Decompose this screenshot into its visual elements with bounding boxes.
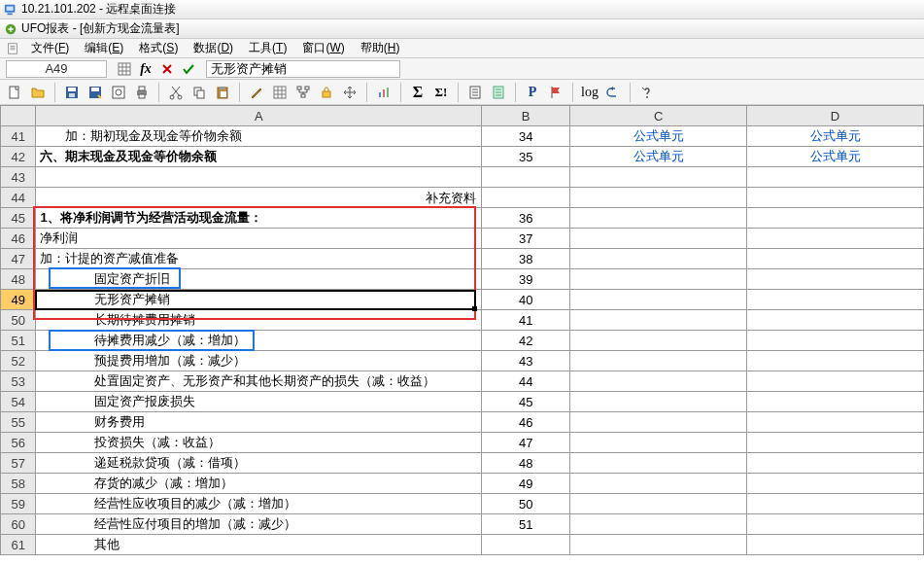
rowhead[interactable]: 53 bbox=[1, 371, 36, 392]
open-file-button[interactable] bbox=[27, 82, 49, 103]
cell-C[interactable]: 公式单元 bbox=[570, 126, 747, 147]
table-row[interactable]: 56投资损失（减：收益）47 bbox=[1, 433, 924, 453]
tree-button[interactable] bbox=[292, 82, 314, 103]
cell-D[interactable] bbox=[747, 392, 924, 412]
cut-button[interactable] bbox=[165, 82, 187, 103]
formula-bar[interactable]: 无形资产摊销 bbox=[206, 60, 400, 78]
rowhead[interactable]: 54 bbox=[1, 392, 36, 412]
cell-A[interactable]: 净利润 bbox=[36, 229, 482, 249]
cell-B[interactable]: 38 bbox=[482, 249, 570, 269]
cell-D[interactable] bbox=[747, 453, 924, 474]
cell-A[interactable]: 财务费用 bbox=[36, 412, 482, 433]
table-row[interactable]: 43 bbox=[1, 167, 924, 188]
table-row[interactable]: 52预提费用增加（减：减少）43 bbox=[1, 351, 924, 371]
sigma-all-button[interactable]: Σ! bbox=[430, 82, 452, 103]
cell-C[interactable] bbox=[570, 331, 747, 351]
rowhead[interactable]: 50 bbox=[1, 310, 36, 331]
spreadsheet[interactable]: A B C D 41加：期初现金及现金等价物余额34公式单元公式单元42六、期末… bbox=[0, 105, 924, 565]
cell-C[interactable] bbox=[570, 494, 747, 514]
table-row[interactable]: 60经营性应付项目的增加（减：减少）51 bbox=[1, 514, 924, 535]
cell-A[interactable]: 长期待摊费用摊销 bbox=[36, 310, 482, 331]
chart-button[interactable] bbox=[373, 82, 394, 103]
cell-B[interactable]: 46 bbox=[482, 412, 570, 433]
cell-C[interactable] bbox=[570, 453, 747, 474]
table-row[interactable]: 46净利润37 bbox=[1, 229, 924, 249]
save-as-button[interactable] bbox=[85, 82, 106, 103]
cell-A[interactable]: 经营性应收项目的减少（减：增加） bbox=[36, 494, 482, 514]
menu-window[interactable]: 窗口(W) bbox=[294, 38, 352, 58]
table-row[interactable]: 51待摊费用减少（减：增加）42 bbox=[1, 331, 924, 351]
cell-D[interactable] bbox=[747, 331, 924, 351]
rowhead[interactable]: 59 bbox=[1, 494, 36, 514]
cell-B[interactable]: 35 bbox=[482, 147, 570, 167]
cell-A[interactable]: 递延税款贷项（减：借项） bbox=[36, 453, 482, 474]
cell-B[interactable] bbox=[482, 188, 570, 208]
cell-C[interactable] bbox=[570, 474, 747, 494]
table-row[interactable]: 42六、期末现金及现金等价物余额35公式单元公式单元 bbox=[1, 147, 924, 167]
cell-C[interactable] bbox=[570, 188, 747, 208]
table-row[interactable]: 55财务费用46 bbox=[1, 412, 924, 433]
rowhead[interactable]: 48 bbox=[1, 269, 36, 290]
log-button[interactable]: log bbox=[579, 82, 600, 103]
menu-file[interactable]: 文件(F) bbox=[23, 38, 77, 58]
cell-B[interactable]: 51 bbox=[482, 514, 570, 535]
rowhead[interactable]: 55 bbox=[1, 412, 36, 433]
cell-C[interactable] bbox=[570, 269, 747, 290]
table-row[interactable]: 49无形资产摊销40 bbox=[1, 290, 924, 310]
nav-button[interactable] bbox=[339, 82, 360, 103]
sheet-icon[interactable] bbox=[117, 61, 132, 77]
cell-C[interactable] bbox=[570, 351, 747, 371]
cell-D[interactable] bbox=[747, 412, 924, 433]
rowhead[interactable]: 56 bbox=[1, 433, 36, 453]
copy-button[interactable] bbox=[188, 82, 210, 103]
table-row[interactable]: 451、将净利润调节为经营活动现金流量：36 bbox=[1, 208, 924, 229]
cell-C[interactable] bbox=[570, 249, 747, 269]
new-file-button[interactable] bbox=[4, 82, 25, 103]
cell-A[interactable]: 固定资产报废损失 bbox=[36, 392, 482, 412]
table-row[interactable]: 53处置固定资产、无形资产和其他长期资产的损失（减：收益）44 bbox=[1, 371, 924, 392]
cell-D[interactable]: 公式单元 bbox=[747, 147, 924, 167]
cell-A[interactable]: 加：计提的资产减值准备 bbox=[36, 249, 482, 269]
cell-C[interactable] bbox=[570, 392, 747, 412]
lock-button[interactable] bbox=[316, 82, 337, 103]
rowhead[interactable]: 46 bbox=[1, 229, 36, 249]
cell-D[interactable] bbox=[747, 514, 924, 535]
cell-C[interactable] bbox=[570, 535, 747, 555]
green-doc-button[interactable] bbox=[488, 82, 509, 103]
name-box[interactable]: A49 bbox=[6, 60, 107, 78]
cell-B[interactable]: 42 bbox=[482, 331, 570, 351]
cell-A[interactable]: 预提费用增加（减：减少） bbox=[36, 351, 482, 371]
cell-A[interactable]: 经营性应付项目的增加（减：减少） bbox=[36, 514, 482, 535]
cell-D[interactable] bbox=[747, 474, 924, 494]
table-row[interactable]: 58存货的减少（减：增加）49 bbox=[1, 474, 924, 494]
cell-C[interactable] bbox=[570, 290, 747, 310]
cell-C[interactable] bbox=[570, 371, 747, 392]
menu-tools[interactable]: 工具(T) bbox=[241, 38, 294, 58]
cell-B[interactable] bbox=[482, 535, 570, 555]
cell-A[interactable]: 固定资产折旧 bbox=[36, 269, 482, 290]
sigma-button[interactable]: Σ bbox=[407, 82, 428, 103]
cell-A[interactable]: 六、期末现金及现金等价物余额 bbox=[36, 147, 482, 167]
table-row[interactable]: 57递延税款贷项（减：借项）48 bbox=[1, 453, 924, 474]
cell-C[interactable] bbox=[570, 433, 747, 453]
menu-format[interactable]: 格式(S) bbox=[131, 38, 186, 58]
cell-B[interactable]: 49 bbox=[482, 474, 570, 494]
table-icon-button[interactable] bbox=[269, 82, 291, 103]
cell-B[interactable]: 50 bbox=[482, 494, 570, 514]
table-row[interactable]: 59经营性应收项目的减少（减：增加）50 bbox=[1, 494, 924, 514]
fx-icon[interactable]: fx bbox=[138, 61, 154, 77]
colhead-C[interactable]: C bbox=[570, 106, 747, 126]
cell-C[interactable] bbox=[570, 412, 747, 433]
cell-D[interactable] bbox=[747, 229, 924, 249]
cell-B[interactable]: 44 bbox=[482, 371, 570, 392]
cell-B[interactable]: 48 bbox=[482, 453, 570, 474]
cell-C[interactable] bbox=[570, 310, 747, 331]
cell-B[interactable]: 36 bbox=[482, 208, 570, 229]
print-button[interactable] bbox=[131, 82, 153, 103]
cell-A[interactable]: 无形资产摊销 bbox=[36, 290, 482, 310]
rowhead[interactable]: 43 bbox=[1, 167, 36, 188]
table-row[interactable]: 48固定资产折旧39 bbox=[1, 269, 924, 290]
cell-B[interactable]: 47 bbox=[482, 433, 570, 453]
cell-D[interactable] bbox=[747, 351, 924, 371]
doc-list-button[interactable] bbox=[464, 82, 486, 103]
